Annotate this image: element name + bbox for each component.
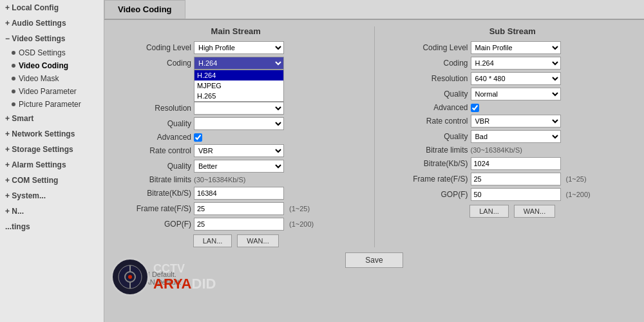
sub-bitrate-limits-row: Bitrate limits (30~16384Kb/S): [391, 146, 635, 155]
main-gop-control: 25: [194, 218, 284, 231]
main-gop-input[interactable]: 25: [194, 218, 284, 231]
main-wan-button[interactable]: WAN...: [237, 234, 278, 247]
sub-gop-hint: (1~200): [566, 191, 591, 198]
main-quality2-label: Quality: [114, 162, 191, 171]
sidebar-item-video-parameter[interactable]: Video Parameter: [0, 85, 104, 98]
sub-bitrate-limits-label: Bitrate limits: [391, 146, 468, 155]
svg-point-4: [128, 275, 132, 279]
sub-coding-label: Coding: [391, 59, 468, 68]
main-coding-label: Coding: [114, 59, 191, 68]
sub-coding-level-label: Coding Level: [391, 43, 468, 52]
arya-text: ARYA: [153, 276, 192, 292]
sidebar-item-video-mask[interactable]: Video Mask: [0, 72, 104, 85]
main-gop-row: GOP(F) 25 (1~200): [114, 218, 358, 231]
sub-coding-select[interactable]: H.264 MJPEG H.265: [471, 57, 561, 70]
sub-quality-select[interactable]: Normal: [471, 88, 561, 100]
content-area: Main Stream Coding Level High Profile Ma…: [104, 20, 644, 322]
main-rate-control-select[interactable]: VBR CBR: [194, 144, 284, 157]
sub-wan-button[interactable]: WAN...: [514, 205, 555, 218]
sidebar-item-video-coding[interactable]: Video Coding: [0, 59, 104, 72]
sidebar-item-picture-parameter[interactable]: Picture Parameter: [0, 98, 104, 111]
sub-coding-level-select[interactable]: Main Profile High Profile: [471, 41, 561, 54]
sidebar-item-smart[interactable]: + Smart: [0, 111, 104, 126]
main-coding-option-mjpeg[interactable]: MJPEG: [194, 80, 283, 91]
main-btn-row: LAN... WAN...: [114, 234, 358, 247]
main-coding-option-h265[interactable]: H.265: [194, 91, 283, 101]
main-resolution-select[interactable]: [194, 102, 284, 115]
sub-framerate-control: 25: [471, 173, 561, 185]
sub-advanced-checkbox[interactable]: [471, 104, 479, 112]
sub-lan-button[interactable]: LAN...: [469, 205, 509, 218]
main-framerate-input[interactable]: 25: [194, 202, 284, 215]
main-framerate-label: Frame rate(F/S): [114, 204, 191, 213]
sub-quality2-row: Quality Bad Normal Better: [391, 130, 635, 143]
sub-coding-level-control: Main Profile High Profile: [471, 41, 561, 54]
main-quality2-row: Quality Better Normal Bad: [114, 160, 358, 173]
main-content: Video Coding Main Stream Coding Level Hi…: [104, 0, 644, 322]
sub-gop-input[interactable]: 50: [471, 188, 561, 201]
sidebar-item-alarm-settings[interactable]: + Alarm Settings: [0, 157, 104, 173]
sub-rate-control-select[interactable]: VBR CBR: [471, 115, 561, 128]
main-quality2-select[interactable]: Better Normal Bad: [194, 160, 284, 173]
sidebar-item-network-settings[interactable]: + Network Settings: [0, 126, 104, 142]
main-coding-level-label: Coding Level: [114, 43, 191, 52]
main-coding-row: Coding H.264 MJPEG H.265 H.264 MJPEG H.2…: [114, 57, 358, 70]
main-framerate-hint: (1~25): [289, 205, 310, 213]
main-advanced-row: Advanced: [114, 133, 358, 142]
sidebar: + Local Config + Audio Settings − Video …: [0, 0, 104, 322]
sub-framerate-input[interactable]: 25: [471, 173, 561, 185]
sidebar-item-tings[interactable]: ...tings: [0, 219, 104, 234]
sidebar-item-video-settings[interactable]: − Video Settings: [0, 31, 104, 46]
sidebar-item-system[interactable]: + System...: [0, 188, 104, 204]
sub-coding-level-row: Coding Level Main Profile High Profile: [391, 41, 635, 54]
main-bitrate-input[interactable]: 16384: [194, 187, 284, 200]
main-coding-level-select[interactable]: High Profile Main Profile Baseline: [194, 41, 284, 54]
sub-stream-panel: Sub Stream Coding Level Main Profile Hig…: [391, 26, 635, 247]
sidebar-item-com-setting[interactable]: + COM Setting: [0, 173, 104, 188]
main-coding-select[interactable]: H.264 MJPEG H.265: [194, 57, 284, 70]
did-text: DID: [192, 276, 216, 292]
sub-resolution-select[interactable]: 640 * 480: [471, 72, 561, 85]
sub-coding-row: Coding H.264 MJPEG H.265: [391, 57, 635, 70]
main-bitrate-limits-label: Bitrate limits: [114, 175, 191, 184]
sidebar-item-n[interactable]: + N...: [0, 204, 104, 219]
sub-stream-title: Sub Stream: [391, 26, 635, 36]
main-gop-label: GOP(F): [114, 220, 191, 229]
vertical-divider: [374, 26, 375, 247]
sidebar-item-local-config[interactable]: + Local Config: [0, 0, 104, 15]
logo-icon: [111, 258, 149, 296]
sidebar-item-osd-settings[interactable]: OSD Settings: [0, 46, 104, 59]
main-lan-button[interactable]: LAN...: [193, 234, 232, 247]
main-rate-control: VBR CBR: [194, 144, 284, 157]
bullet-icon: [12, 51, 15, 55]
main-resolution-row: Resolution: [114, 102, 358, 115]
main-gop-hint: (1~200): [289, 220, 314, 228]
main-coding-level-row: Coding Level High Profile Main Profile B…: [114, 41, 358, 54]
sub-advanced-checkbox-row: [471, 104, 479, 112]
main-bitrate-label: Bitrate(Kb/S): [114, 189, 191, 198]
main-stream-title: Main Stream: [114, 26, 358, 36]
sidebar-item-storage-settings[interactable]: + Storage Settings: [0, 142, 104, 157]
main-bitrate-row: Bitrate(Kb/S) 16384: [114, 187, 358, 200]
tab-video-coding[interactable]: Video Coding: [104, 0, 185, 19]
main-coding-option-h264[interactable]: H.264: [194, 70, 283, 80]
sub-gop-control: 50: [471, 188, 561, 201]
main-advanced-checkbox[interactable]: [194, 133, 202, 142]
sub-quality2-select[interactable]: Bad Normal Better: [471, 130, 561, 143]
save-button[interactable]: Save: [345, 252, 402, 268]
main-quality-select[interactable]: [194, 117, 284, 130]
tab-bar: Video Coding: [104, 0, 644, 20]
main-bitrate-limits-row: Bitrate limits (30~16384Kb/S): [114, 175, 358, 184]
sidebar-item-audio-settings[interactable]: + Audio Settings: [0, 15, 104, 31]
main-stream-panel: Main Stream Coding Level High Profile Ma…: [114, 26, 358, 247]
sub-framerate-row: Frame rate(F/S) 25 (1~25): [391, 173, 635, 185]
main-quality-row: Quality: [114, 117, 358, 130]
sub-btn-row: LAN... WAN...: [391, 205, 635, 218]
sub-bitrate-input[interactable]: 1024: [471, 157, 561, 170]
bullet-icon: [12, 77, 15, 80]
sub-gop-label: GOP(F): [391, 190, 468, 199]
sub-quality-label: Quality: [391, 90, 468, 99]
bullet-icon: [12, 102, 15, 106]
sub-framerate-label: Frame rate(F/S): [391, 175, 468, 184]
sub-rate-control: VBR CBR: [471, 115, 561, 128]
